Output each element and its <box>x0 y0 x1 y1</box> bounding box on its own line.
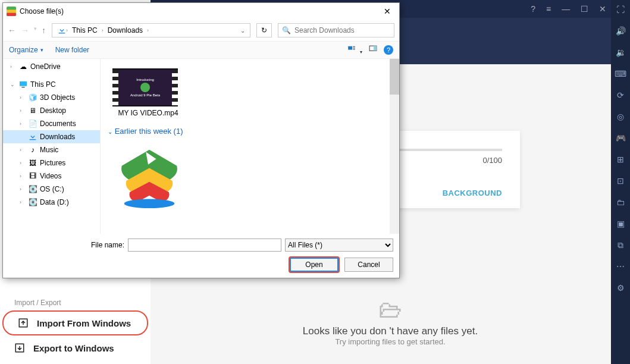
nav-arrows: ← → ▾ ↑ <box>8 26 46 35</box>
app-icon <box>7 7 16 16</box>
rotate-icon[interactable]: ⟳ <box>615 89 626 101</box>
search-icon: 🔍 <box>282 26 291 34</box>
scrollbar-thumb[interactable] <box>390 59 399 95</box>
downloads-icon <box>28 132 37 142</box>
dialog-close-button[interactable]: ✕ <box>379 7 396 16</box>
svg-point-15 <box>124 199 175 208</box>
forward-button[interactable]: → <box>21 26 29 35</box>
fullscreen-icon[interactable]: ⛶ <box>615 4 626 15</box>
breadcrumb-folder[interactable]: Downloads <box>105 26 145 34</box>
emulator-toolbar: ⛶ 🔊 🔉 ⌨ ⟳ ◎ 🎮 ⊞ ⊡ 🗀 ▣ ⧉ ⋯ ⚙ <box>611 0 630 364</box>
downloads-icon <box>55 26 64 35</box>
desktop-icon: 🖥 <box>28 106 37 115</box>
close-icon[interactable]: ✕ <box>599 4 606 14</box>
menu-icon[interactable]: ≡ <box>546 4 551 14</box>
preview-pane-button[interactable] <box>368 45 378 55</box>
shake-icon[interactable]: ⊞ <box>615 153 626 165</box>
scrollbar[interactable] <box>390 59 399 234</box>
file-name-label: MY IG VIDEO.mp4 <box>112 109 184 117</box>
search-box[interactable]: 🔍 <box>278 23 394 37</box>
devtools-icon[interactable]: ⧉ <box>615 239 626 251</box>
settings-icon[interactable]: ⚙ <box>615 282 626 294</box>
help-icon[interactable]: ? <box>531 4 535 14</box>
file-item-video[interactable]: Introducing Android 9 Pie Beta MY IG VID… <box>112 68 184 117</box>
organize-menu[interactable]: Organize ▾ <box>9 46 43 54</box>
drive-icon: 💽 <box>28 197 37 207</box>
help-button[interactable]: ? <box>384 45 393 55</box>
nav-bar: ← → ▾ ↑ › This PC › Downloads › ⌄ ↻ 🔍 <box>3 20 399 41</box>
empty-title: Looks like you don 't have any files yet… <box>151 325 630 337</box>
volume-up-icon[interactable]: 🔊 <box>615 25 626 37</box>
tree-3d-objects[interactable]: ›🧊3D Objects <box>3 91 100 104</box>
file-chooser-dialog: Choose file(s) ✕ ← → ▾ ↑ › This PC › Dow… <box>2 2 400 278</box>
dialog-footer: File name: All Files (*) Open Cancel <box>3 234 399 278</box>
tree-drive-c[interactable]: ›💽OS (C:) <box>3 183 100 196</box>
minimize-icon[interactable]: — <box>562 4 570 14</box>
chevron-down-icon: ⌄ <box>108 128 112 135</box>
maximize-icon[interactable]: ☐ <box>581 4 588 14</box>
tree-onedrive[interactable]: › ☁ OneDrive <box>3 60 100 73</box>
tree-documents[interactable]: ›📄Documents <box>3 117 100 130</box>
tree-downloads[interactable]: Downloads <box>3 130 100 143</box>
svg-rect-5 <box>59 33 65 33</box>
export-icon <box>14 343 25 353</box>
breadcrumb[interactable]: › This PC › Downloads › ⌄ <box>52 23 250 37</box>
folder-open-icon: 🗁 <box>151 296 630 323</box>
more-icon[interactable]: ⋯ <box>615 261 626 272</box>
gamepad-icon[interactable]: 🎮 <box>615 132 626 144</box>
location-icon[interactable]: ◎ <box>615 111 626 123</box>
document-icon: 📄 <box>28 119 37 128</box>
export-to-windows-button[interactable]: Export to Windows <box>0 337 151 359</box>
tree-drive-d[interactable]: ›💽Data (D:) <box>3 196 100 209</box>
sidebar-section-header: Import / Export <box>0 296 151 309</box>
import-from-windows-button[interactable]: Import From Windows <box>2 310 148 335</box>
file-list[interactable]: Introducing Android 9 Pie Beta MY IG VID… <box>101 59 399 234</box>
tree-music[interactable]: ›♪Music <box>3 143 100 156</box>
file-item-bluestacks[interactable] <box>112 143 184 211</box>
apk-icon[interactable]: ▣ <box>615 218 626 230</box>
chevron-right-icon: › <box>101 27 104 33</box>
breadcrumb-root[interactable]: This PC <box>70 26 100 34</box>
cloud-icon: ☁ <box>18 62 28 71</box>
folder-tree: › ☁ OneDrive ⌄ This PC ›🧊3D Objects ›🖥De… <box>3 59 101 234</box>
filetype-filter[interactable]: All Files (*) <box>285 239 393 252</box>
camera-icon[interactable]: ⊡ <box>615 175 626 187</box>
import-icon <box>18 318 29 328</box>
empty-state: 🗁 Looks like you don 't have any files y… <box>151 296 630 346</box>
filename-label: File name: <box>87 241 124 249</box>
up-button[interactable]: ↑ <box>42 26 46 35</box>
empty-subtitle: Try importing files to get started. <box>151 337 630 346</box>
import-label: Import From Windows <box>37 318 131 328</box>
chevron-right-icon: › <box>10 64 16 70</box>
view-mode-button[interactable]: ▾ <box>347 45 362 55</box>
open-button[interactable]: Open <box>290 258 338 272</box>
svg-rect-13 <box>21 87 24 87</box>
music-icon: ♪ <box>28 145 37 155</box>
dialog-titlebar: Choose file(s) ✕ <box>3 3 399 20</box>
group-header-earlier[interactable]: ⌄ Earlier this week (1) <box>108 127 392 136</box>
tree-this-pc[interactable]: ⌄ This PC <box>3 78 100 91</box>
keyboard-icon[interactable]: ⌨ <box>615 68 626 80</box>
tree-videos[interactable]: ›🎞Videos <box>3 170 100 183</box>
svg-rect-11 <box>374 46 377 51</box>
svg-rect-7 <box>353 46 356 46</box>
tree-pictures[interactable]: ›🖼Pictures <box>3 156 100 170</box>
dialog-toolbar: Organize ▾ New folder ▾ ? <box>3 41 399 59</box>
breadcrumb-dropdown[interactable]: ⌄ <box>238 27 247 34</box>
search-input[interactable] <box>294 26 390 34</box>
back-button[interactable]: ← <box>8 26 16 35</box>
refresh-button[interactable]: ↻ <box>256 23 272 37</box>
new-folder-button[interactable]: New folder <box>55 46 89 54</box>
filename-input[interactable] <box>128 239 281 252</box>
chevron-down-icon: ▾ <box>40 47 43 53</box>
volume-down-icon[interactable]: 🔉 <box>615 46 626 58</box>
dialog-title: Choose file(s) <box>20 7 379 15</box>
svg-rect-8 <box>353 48 356 48</box>
recent-dropdown[interactable]: ▾ <box>34 26 37 35</box>
cancel-button[interactable]: Cancel <box>344 258 393 272</box>
svg-rect-3 <box>7 10 16 12</box>
cube-icon: 🧊 <box>28 93 37 102</box>
folder-icon[interactable]: 🗀 <box>615 196 626 208</box>
pictures-icon: 🖼 <box>28 158 37 168</box>
tree-desktop[interactable]: ›🖥Desktop <box>3 104 100 117</box>
